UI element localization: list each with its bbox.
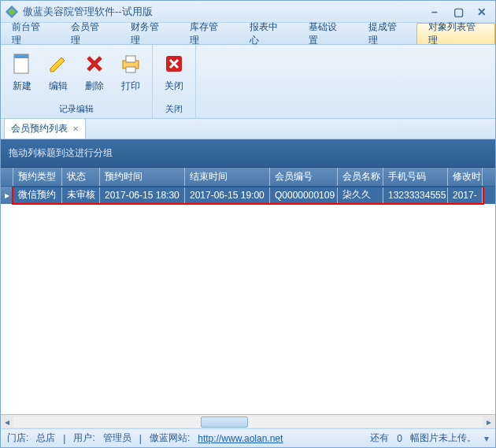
horizontal-scrollbar[interactable]: ◂ ▸ [1,414,495,428]
cell-type: 微信预约 [13,187,62,204]
menubar: 前台管理 会员管理 财务管理 库存管理 报表中心 基础设置 提成管理 对象列表管… [1,23,495,45]
chevron-down-icon[interactable]: ▾ [484,433,489,444]
maximize-button[interactable]: ▢ [450,5,467,19]
col-header-memno[interactable]: 会员编号 [270,168,338,186]
upload-count: 0 [397,433,402,444]
menu-reports[interactable]: 报表中心 [239,23,298,44]
menu-object-list[interactable]: 对象列表管理 [416,23,495,44]
scroll-right-icon[interactable]: ▸ [483,416,495,428]
delete-button[interactable]: 删除 [78,48,111,102]
app-window: 傲蓝美容院管理软件--试用版 – ▢ ✕ 前台管理 会员管理 财务管理 库存管理… [0,0,496,448]
window-controls: – ▢ ✕ [426,5,490,19]
app-icon [6,6,18,18]
status-user-label: 用户: [73,431,94,445]
group-by-panel[interactable]: 拖动列标题到这进行分组 [1,139,495,168]
col-header-phone[interactable]: 手机号码 [383,168,448,186]
close-button[interactable]: ✕ [473,5,490,19]
svg-rect-3 [126,56,135,62]
scroll-left-icon[interactable]: ◂ [1,416,13,428]
data-grid: 拖动列标题到这进行分组 预约类型 状态 预约时间 结束时间 会员编号 会员名称 … [1,139,495,428]
ribbon-toolbar: 新建 编辑 删除 打印 记录编辑 [1,45,495,119]
menu-member[interactable]: 会员管理 [60,23,119,44]
tool-group-close: 关闭 关闭 [153,45,196,118]
cell-memno: Q0000000109 [270,187,338,204]
upload-suffix: 幅图片未上传。 [410,431,476,445]
table-row[interactable]: ▸ 微信预约 未审核 2017-06-15 18:30 2017-06-15 1… [1,187,495,204]
delete-icon [82,51,107,76]
upload-prefix: 还有 [370,431,389,445]
new-button[interactable]: 新建 [6,48,39,102]
cell-start: 2017-06-15 18:30 [100,187,185,204]
cell-status: 未审核 [62,187,100,204]
status-site-link[interactable]: http://www.aolan.net [198,433,283,444]
svg-rect-1 [14,54,28,58]
status-site-label: 傲蓝网站: [150,431,190,445]
cell-end: 2017-06-15 19:00 [185,187,270,204]
col-header-memname[interactable]: 会员名称 [338,168,383,186]
status-store-label: 门店: [7,431,28,445]
menu-inventory[interactable]: 库存管理 [179,23,238,44]
menu-settings[interactable]: 基础设置 [298,23,357,44]
close-icon [161,51,187,76]
menu-commission[interactable]: 提成管理 [357,23,416,44]
tool-group-edit-label: 记录编辑 [6,102,147,117]
tool-group-edit: 新建 编辑 删除 打印 记录编辑 [1,45,153,118]
tab-appointment-list[interactable]: 会员预约列表 ✕ [4,118,86,139]
col-header-start[interactable]: 预约时间 [100,168,185,186]
cell-phone: 13233334555 [383,187,448,204]
menu-front-desk[interactable]: 前台管理 [1,23,60,44]
statusbar: 门店: 总店 | 用户: 管理员 | 傲蓝网站: http://www.aola… [1,428,495,447]
col-header-status[interactable]: 状态 [62,168,100,186]
close-doc-button[interactable]: 关闭 [157,48,191,102]
print-icon [118,51,143,76]
new-icon [9,51,35,76]
edit-button[interactable]: 编辑 [42,48,75,102]
row-indicator-icon: ▸ [1,187,13,204]
app-title: 傲蓝美容院管理软件--试用版 [23,5,426,19]
edit-icon [46,51,71,76]
col-header-type[interactable]: 预约类型 [13,168,62,186]
col-header-end[interactable]: 结束时间 [185,168,270,186]
tool-group-close-label: 关闭 [157,102,191,117]
cell-memname: 柒久久 [338,187,383,204]
print-button[interactable]: 打印 [114,48,147,102]
grid-body: ▸ 微信预约 未审核 2017-06-15 18:30 2017-06-15 1… [1,187,495,414]
menu-finance[interactable]: 财务管理 [120,23,179,44]
tab-close-icon[interactable]: ✕ [72,124,79,133]
grid-header: 预约类型 状态 预约时间 结束时间 会员编号 会员名称 手机号码 修改时 [1,168,495,187]
minimize-button[interactable]: – [426,5,443,19]
cell-mod: 2017- [448,187,483,204]
scroll-thumb[interactable] [201,417,248,428]
status-store-value: 总店 [36,431,55,445]
status-user-value: 管理员 [103,431,131,445]
document-tabs: 会员预约列表 ✕ [1,119,495,139]
svg-rect-4 [126,67,135,72]
row-indicator-header [1,168,13,186]
col-header-mod[interactable]: 修改时 [448,168,483,186]
